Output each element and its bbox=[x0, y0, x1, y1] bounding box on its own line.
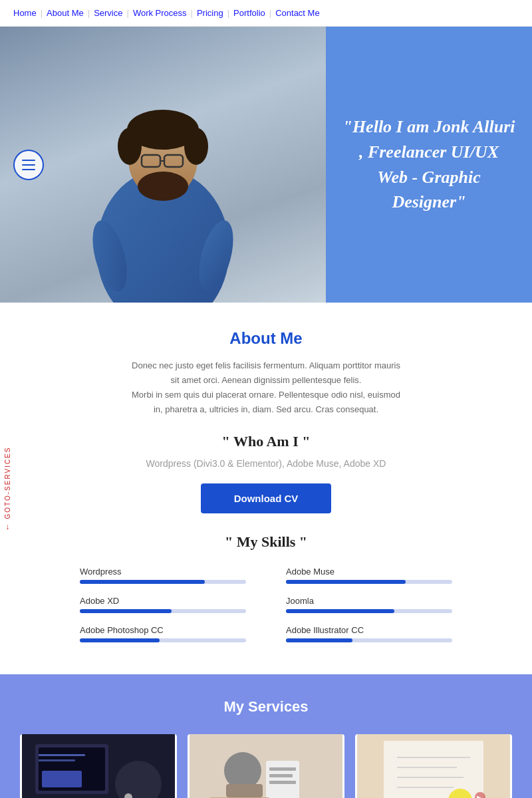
skill-bar-background bbox=[286, 609, 452, 613]
hero-section: "Hello I am Jonk Alluri , Freelancer UI/… bbox=[0, 27, 532, 303]
skill-bar-background bbox=[80, 638, 246, 642]
svg-rect-16 bbox=[39, 754, 85, 756]
svg-rect-17 bbox=[39, 759, 75, 761]
who-am-i-title: " Who Am I " bbox=[20, 433, 512, 450]
nav-separator: | bbox=[88, 8, 90, 18]
service-card-image bbox=[20, 734, 177, 798]
about-title: About Me bbox=[20, 329, 512, 348]
skill-name: Adobe Muse bbox=[286, 567, 452, 577]
skill-bar-fill bbox=[80, 609, 172, 613]
menu-icon[interactable] bbox=[13, 150, 44, 180]
skill-item: Joomla bbox=[286, 596, 452, 613]
nav-separator: | bbox=[269, 8, 271, 18]
nav-item-service[interactable]: Service bbox=[94, 8, 122, 18]
download-cv-button[interactable]: Download CV bbox=[201, 483, 332, 513]
skill-bar-fill bbox=[286, 609, 394, 613]
person-silhouette bbox=[57, 50, 269, 303]
skill-name: Joomla bbox=[286, 596, 452, 606]
service-card-image bbox=[188, 734, 344, 798]
nav-separator: | bbox=[41, 8, 43, 18]
skill-item: Adobe Illustrator CC bbox=[286, 625, 452, 642]
skill-bar-fill bbox=[80, 638, 160, 642]
svg-rect-31 bbox=[226, 784, 263, 797]
nav-item-work-process[interactable]: Work Process bbox=[133, 8, 187, 18]
service-card: q4 ▶ UI/UX DesignPraesent dapibus, neque… bbox=[355, 734, 512, 798]
nav-separator: | bbox=[227, 8, 229, 18]
service-card-image: q4 ▶ bbox=[355, 734, 512, 798]
skill-item: Wordpress bbox=[80, 567, 246, 584]
nav-separator: | bbox=[126, 8, 128, 18]
svg-point-4 bbox=[118, 128, 142, 165]
services-section: My Services WebDesignPraesent dapibus, n… bbox=[0, 674, 532, 798]
skill-bar-fill bbox=[80, 580, 205, 584]
svg-point-5 bbox=[184, 128, 208, 165]
skill-name: Adobe XD bbox=[80, 596, 246, 606]
goto-services-label[interactable]: ← GOTO-SERVICES bbox=[3, 446, 12, 531]
skill-bar-background bbox=[286, 580, 452, 584]
services-title: My Services bbox=[20, 698, 512, 716]
skill-bar-fill bbox=[286, 580, 406, 584]
svg-rect-15 bbox=[42, 771, 82, 787]
skill-name: Adobe Photoshop CC bbox=[80, 625, 246, 635]
skill-bar-background bbox=[286, 638, 452, 642]
svg-rect-33 bbox=[269, 767, 296, 771]
tools-list: Wordpress (Divi3.0 & Elementor), Adobe M… bbox=[20, 458, 512, 469]
svg-rect-40 bbox=[384, 741, 483, 798]
svg-point-30 bbox=[224, 752, 261, 789]
skill-bar-background bbox=[80, 609, 246, 613]
service-card: GraphicDesignPraesent dapibus, neque id … bbox=[188, 734, 344, 798]
nav-item-pricing[interactable]: Pricing bbox=[197, 8, 223, 18]
svg-text:▶: ▶ bbox=[477, 794, 482, 798]
skill-item: Adobe Muse bbox=[286, 567, 452, 584]
hamburger-line-1 bbox=[22, 160, 35, 161]
skill-bar-background bbox=[80, 580, 246, 584]
about-section: About Me Donec nec justo eget felis faci… bbox=[0, 303, 532, 674]
services-cards: WebDesignPraesent dapibus, neque id curs… bbox=[20, 734, 512, 798]
svg-rect-32 bbox=[266, 761, 299, 798]
skill-item: Adobe XD bbox=[80, 596, 246, 613]
hero-photo bbox=[0, 27, 326, 303]
hero-quote: "Hello I am Jonk Alluri , Freelancer UI/… bbox=[342, 114, 515, 215]
hero-text-area: "Hello I am Jonk Alluri , Freelancer UI/… bbox=[326, 27, 532, 303]
nav-item-portfolio[interactable]: Portfolio bbox=[233, 8, 265, 18]
svg-point-6 bbox=[138, 172, 188, 201]
nav-item-home[interactable]: Home bbox=[13, 8, 37, 18]
my-skills-title: " My Skills " bbox=[20, 533, 512, 551]
svg-rect-35 bbox=[269, 781, 296, 784]
skills-grid: WordpressAdobe MuseAdobe XDJoomlaAdobe P… bbox=[80, 567, 452, 654]
nav-item-about-me[interactable]: About Me bbox=[47, 8, 84, 18]
hero-image-area bbox=[0, 27, 326, 303]
nav-separator: | bbox=[191, 8, 193, 18]
skill-name: Wordpress bbox=[80, 567, 246, 577]
skill-name: Adobe Illustrator CC bbox=[286, 625, 452, 635]
skill-bar-fill bbox=[286, 638, 352, 642]
skill-item: Adobe Photoshop CC bbox=[80, 625, 246, 642]
svg-rect-34 bbox=[269, 774, 293, 777]
service-card: WebDesignPraesent dapibus, neque id curs… bbox=[20, 734, 177, 798]
nav-item-contact-me[interactable]: Contact Me bbox=[275, 8, 319, 18]
about-description: Donec nec justo eget felis facilisis fer… bbox=[126, 358, 406, 417]
hamburger-line-3 bbox=[22, 169, 35, 170]
navigation: Home|About Me|Service|Work Process|Prici… bbox=[0, 0, 532, 27]
about-wrapper: ← GOTO-SERVICES About Me Donec nec justo… bbox=[0, 303, 532, 674]
hamburger-line-2 bbox=[22, 164, 35, 166]
